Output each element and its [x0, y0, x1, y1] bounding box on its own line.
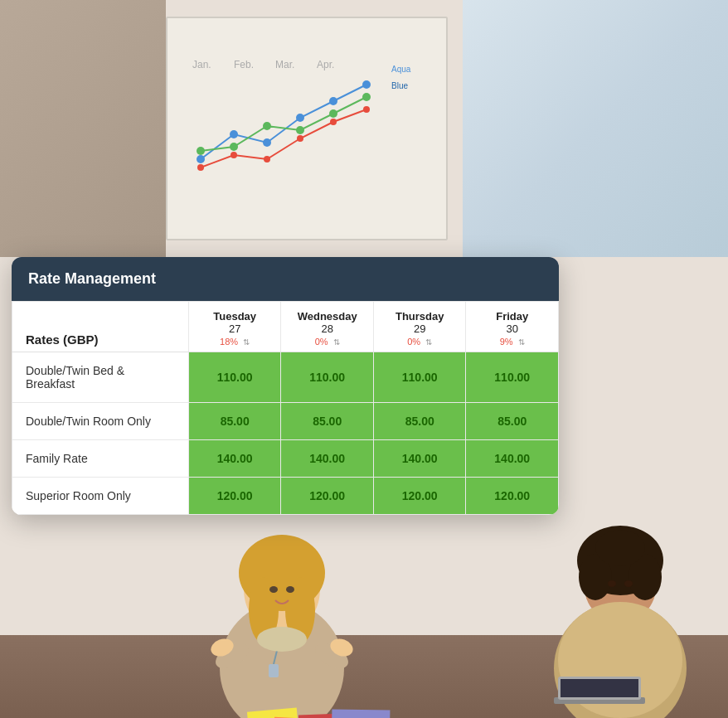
- rate-cell-r3-c2[interactable]: 120.00: [373, 478, 466, 515]
- rate-cell-r2-c1[interactable]: 140.00: [281, 440, 374, 478]
- tuesday-filter-icon[interactable]: ⇅: [243, 337, 250, 347]
- rate-cell-r1-c1[interactable]: 85.00: [281, 403, 374, 440]
- svg-point-18: [264, 156, 270, 163]
- col-header-tuesday: Tuesday 27 18% ⇅: [188, 302, 281, 352]
- rate-cell-r3-c1[interactable]: 120.00: [281, 478, 374, 515]
- svg-text:Aqua: Aqua: [391, 65, 411, 74]
- svg-point-15: [362, 93, 371, 101]
- table-row: Family Rate140.00140.00140.00140.00: [12, 440, 559, 478]
- table-row: Double/Twin Bed & Breakfast110.00110.001…: [12, 352, 559, 403]
- card-body: Rates (GBP) Tuesday 27 18% ⇅ Wednesday 2…: [12, 301, 559, 515]
- svg-point-14: [329, 109, 337, 118]
- wednesday-num: 28: [288, 323, 366, 335]
- svg-point-47: [624, 580, 633, 587]
- chart-svg: Jan. Feb. Mar. Apr.: [184, 51, 433, 184]
- svg-point-46: [608, 580, 616, 587]
- rate-cell-r0-c0[interactable]: 110.00: [188, 352, 281, 403]
- svg-text:Mar.: Mar.: [275, 59, 294, 70]
- rate-cell-r0-c2[interactable]: 110.00: [373, 352, 466, 403]
- svg-point-16: [197, 164, 204, 171]
- friday-num: 30: [473, 323, 551, 335]
- svg-point-13: [296, 126, 304, 134]
- svg-text:Feb.: Feb.: [234, 59, 254, 70]
- card-title: Rate Management: [28, 270, 156, 287]
- col-header-thursday: Thursday 29 0% ⇅: [373, 302, 466, 352]
- svg-point-6: [263, 138, 271, 147]
- svg-text:Apr.: Apr.: [317, 59, 334, 70]
- svg-point-37: [269, 586, 278, 593]
- rate-cell-r0-c3[interactable]: 110.00: [466, 352, 559, 403]
- svg-point-11: [230, 143, 238, 151]
- presenter-person: [166, 502, 398, 718]
- svg-point-17: [231, 152, 237, 158]
- tuesday-pct: 18% ⇅: [196, 337, 274, 347]
- rate-table-body: Double/Twin Bed & Breakfast110.00110.001…: [12, 352, 559, 515]
- rate-cell-r1-c0[interactable]: 85.00: [188, 403, 281, 440]
- svg-point-19: [297, 135, 303, 142]
- svg-point-32: [257, 627, 307, 652]
- rate-cell-r3-c0[interactable]: 120.00: [188, 478, 281, 515]
- svg-point-5: [230, 130, 238, 138]
- svg-point-21: [363, 106, 370, 113]
- rate-cell-r2-c3[interactable]: 140.00: [466, 440, 559, 478]
- table-row: Double/Twin Room Only85.0085.0085.0085.0…: [12, 403, 559, 440]
- wednesday-label: Wednesday: [288, 310, 366, 323]
- rate-table: Rates (GBP) Tuesday 27 18% ⇅ Wednesday 2…: [12, 301, 559, 515]
- thursday-filter-icon[interactable]: ⇅: [425, 337, 432, 347]
- col-header-friday: Friday 30 9% ⇅: [466, 302, 559, 352]
- thursday-label: Thursday: [381, 310, 459, 323]
- svg-point-45: [595, 530, 645, 566]
- wednesday-filter-icon[interactable]: ⇅: [333, 337, 340, 347]
- svg-point-7: [296, 114, 304, 122]
- svg-rect-31: [269, 664, 279, 677]
- rate-cell-r1-c2[interactable]: 85.00: [373, 403, 466, 440]
- svg-point-4: [197, 155, 205, 163]
- left-wall: [0, 0, 166, 257]
- rate-cell-r3-c3[interactable]: 120.00: [466, 478, 559, 515]
- rate-cell-r2-c0[interactable]: 140.00: [188, 440, 281, 478]
- svg-text:Blue: Blue: [391, 81, 408, 90]
- tuesday-num: 27: [196, 323, 274, 335]
- friday-filter-icon[interactable]: ⇅: [518, 337, 525, 347]
- friday-pct: 9% ⇅: [473, 337, 551, 347]
- row-label-2: Family Rate: [12, 440, 189, 478]
- friday-label: Friday: [473, 310, 551, 323]
- office-background: [463, 0, 728, 257]
- tuesday-label: Tuesday: [196, 310, 274, 323]
- row-label-1: Double/Twin Room Only: [12, 403, 189, 440]
- svg-point-12: [263, 122, 271, 130]
- row-label-3: Superior Room Only: [12, 478, 189, 515]
- rate-management-card: Rate Management Rates (GBP) Tuesday 27 1…: [12, 257, 559, 515]
- svg-point-8: [329, 97, 337, 105]
- svg-point-20: [330, 119, 337, 125]
- svg-point-10: [197, 147, 205, 155]
- wednesday-pct: 0% ⇅: [288, 337, 366, 347]
- thursday-num: 29: [381, 323, 459, 335]
- column-header-row: Rates (GBP) Tuesday 27 18% ⇅ Wednesday 2…: [12, 302, 559, 352]
- svg-text:Jan.: Jan.: [192, 59, 211, 70]
- rate-cell-r0-c1[interactable]: 110.00: [281, 352, 374, 403]
- row-label-0: Double/Twin Bed & Breakfast: [12, 352, 189, 403]
- svg-point-9: [362, 80, 371, 89]
- table-row: Superior Room Only120.00120.00120.00120.…: [12, 478, 559, 515]
- svg-rect-51: [561, 679, 638, 697]
- card-header: Rate Management: [12, 257, 559, 301]
- rate-cell-r2-c2[interactable]: 140.00: [373, 440, 466, 478]
- svg-point-38: [286, 586, 294, 593]
- col-header-wednesday: Wednesday 28 0% ⇅: [281, 302, 374, 352]
- whiteboard: Jan. Feb. Mar. Apr.: [166, 17, 448, 240]
- thursday-pct: 0% ⇅: [381, 337, 459, 347]
- rate-cell-r1-c3[interactable]: 85.00: [466, 403, 559, 440]
- rates-gbp-header: Rates (GBP): [12, 302, 189, 352]
